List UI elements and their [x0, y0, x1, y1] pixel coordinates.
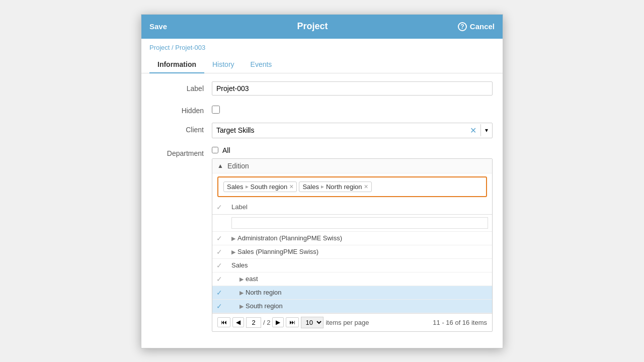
table-row: ✓ Sales: [212, 258, 492, 272]
tab-events[interactable]: Events: [243, 56, 280, 73]
modal-title: Project: [297, 21, 328, 32]
expand-icon[interactable]: ▶: [231, 235, 235, 241]
pagination: ⏮ ◀ / 2 ▶ ⏭ 10 25 50 items per page: [212, 313, 492, 331]
hidden-field-control: [212, 104, 493, 114]
tag-south-name: South region: [251, 183, 288, 191]
tag-south-region: Sales ▸ South region ×: [223, 182, 297, 192]
department-field-label: Department: [151, 146, 212, 157]
breadcrumb-link[interactable]: Project / Projet-003: [149, 44, 205, 51]
table-header-row: ✓ Label: [212, 200, 492, 215]
table-row: ✓ ▶Administraton (PlanningPME Swiss): [212, 231, 492, 245]
row-check-cell: ✓: [212, 272, 227, 286]
row-label-cell: ▶east: [227, 272, 492, 286]
hidden-checkbox-wrapper: [212, 104, 493, 114]
row-label-cell: ▶Sales (PlanningPME Swiss): [227, 245, 492, 258]
department-search-input[interactable]: [231, 217, 488, 229]
search-check-cell: [212, 214, 227, 231]
tag-south-remove-button[interactable]: ×: [289, 183, 293, 190]
table-body: ✓ ▶Administraton (PlanningPME Swiss) ✓ ▶…: [212, 231, 492, 313]
edition-label: Edition: [227, 162, 249, 170]
edition-row: ▲ Edition: [212, 159, 492, 173]
col-check: ✓: [212, 200, 227, 215]
tag-north-region: Sales ▸ North region ×: [299, 182, 371, 192]
prev-page-button[interactable]: ◀: [232, 317, 244, 327]
table-row-selected: ✓ ▶South region: [212, 299, 492, 313]
client-row: Client Target Skills ✕ ▾: [151, 123, 493, 138]
row-check-icon-checked[interactable]: ✓: [216, 289, 222, 297]
row-check-cell: ✓: [212, 258, 227, 272]
hidden-row: Hidden: [151, 104, 493, 115]
expand-icon[interactable]: ▶: [239, 290, 244, 296]
label-input[interactable]: [212, 81, 493, 96]
breadcrumb: Project / Projet-003: [141, 39, 503, 56]
client-dropdown-arrow[interactable]: ▾: [480, 124, 492, 136]
label-field-label: Label: [151, 81, 212, 93]
department-field-control: All ▲ Edition Sales ▸ South region: [212, 146, 493, 332]
row-check-icon-checked[interactable]: ✓: [216, 302, 222, 310]
label-row: Label: [151, 81, 493, 96]
table-row: ✓ ▶east: [212, 272, 492, 286]
items-per-page-label: items per page: [326, 319, 369, 326]
row-check-cell: ✓: [212, 299, 227, 313]
row-check-icon[interactable]: ✓: [216, 234, 222, 242]
first-page-button[interactable]: ⏮: [217, 317, 230, 327]
label-field-control: [212, 81, 493, 96]
header-check-icon[interactable]: ✓: [216, 203, 222, 211]
form-body: Label Hidden Client Target Skills ✕ ▾: [141, 73, 503, 348]
table-row: ✓ ▶Sales (PlanningPME Swiss): [212, 245, 492, 258]
cancel-button[interactable]: Cancel: [470, 22, 495, 31]
pagination-controls: ⏮ ◀ / 2 ▶ ⏭ 10 25 50 items per page: [217, 317, 369, 328]
edition-toggle-icon[interactable]: ▲: [217, 162, 223, 169]
table-row-selected: ✓ ▶North region: [212, 286, 492, 299]
row-check-cell: ✓: [212, 245, 227, 258]
items-per-page-select[interactable]: 10 25 50: [301, 317, 324, 328]
help-icon[interactable]: ?: [458, 22, 467, 31]
row-label-cell: ▶Administraton (PlanningPME Swiss): [227, 231, 492, 245]
hidden-checkbox[interactable]: [212, 106, 220, 114]
dept-all-checkbox[interactable]: [212, 147, 218, 153]
last-page-button[interactable]: ⏭: [286, 317, 299, 327]
hidden-field-label: Hidden: [151, 104, 212, 115]
row-check-icon[interactable]: ✓: [216, 248, 222, 256]
save-button[interactable]: Save: [149, 22, 167, 31]
search-input-cell: [227, 214, 492, 231]
col-label: Label: [227, 200, 492, 215]
client-dropdown: Target Skills ✕ ▾: [212, 123, 493, 138]
cancel-area: ? Cancel: [458, 22, 495, 31]
page-input[interactable]: [246, 317, 261, 328]
row-label-cell: ▶North region: [227, 286, 492, 299]
expand-icon[interactable]: ▶: [239, 303, 244, 309]
dept-all-label: All: [222, 146, 230, 154]
row-check-cell: ✓: [212, 286, 227, 299]
next-page-button[interactable]: ▶: [272, 317, 284, 327]
row-label-cell: ▶South region: [227, 299, 492, 313]
tag-south-arrow-icon: ▸: [246, 183, 249, 190]
tab-history[interactable]: History: [204, 56, 243, 73]
row-check-icon[interactable]: ✓: [216, 275, 222, 283]
row-label-cell: Sales: [227, 258, 492, 272]
client-field-control: Target Skills ✕ ▾: [212, 123, 493, 138]
row-check-cell: ✓: [212, 231, 227, 245]
department-box: ▲ Edition Sales ▸ South region × Sales: [212, 158, 493, 332]
expand-icon[interactable]: ▶: [231, 249, 235, 255]
tag-south-path: Sales: [227, 183, 244, 191]
department-row: Department All ▲ Edition: [151, 146, 493, 332]
client-field-label: Client: [151, 123, 212, 134]
table-search-row: [212, 214, 492, 231]
tag-north-remove-button[interactable]: ×: [364, 183, 368, 190]
tag-north-name: North region: [326, 183, 362, 191]
row-check-icon[interactable]: ✓: [216, 261, 222, 269]
tag-north-arrow-icon: ▸: [321, 183, 324, 190]
department-table: ✓ Label: [212, 200, 492, 313]
modal-header: Save Project ? Cancel: [141, 15, 503, 39]
total-pages: / 2: [263, 319, 270, 326]
tabs-container: Information History Events: [141, 56, 503, 73]
client-value: Target Skills: [212, 124, 466, 137]
pagination-range: 11 - 16 of 16 items: [433, 319, 487, 326]
tag-north-path: Sales: [302, 183, 319, 191]
modal-container: Save Project ? Cancel Project / Projet-0…: [141, 14, 503, 348]
dept-all-row: All: [212, 146, 493, 154]
expand-icon[interactable]: ▶: [239, 276, 244, 282]
client-clear-button[interactable]: ✕: [466, 123, 480, 138]
tab-information[interactable]: Information: [149, 56, 204, 73]
